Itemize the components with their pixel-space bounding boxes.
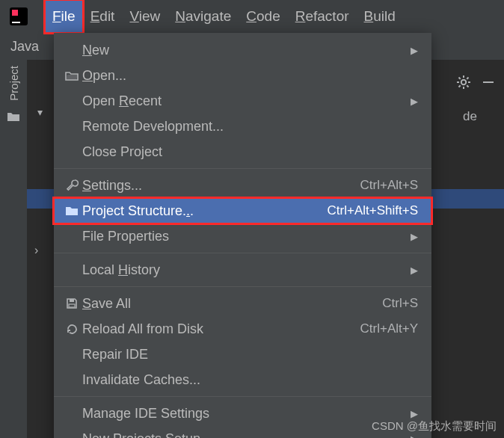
menu-item-save-all[interactable]: Save AllCtrl+S (54, 291, 431, 316)
menu-item-label: Open Recent (82, 93, 403, 109)
file-menu-dropdown: New▶Open...Open Recent▶Remote Developmen… (54, 33, 431, 438)
menu-item-local-history[interactable]: Local History▶ (54, 257, 431, 283)
submenu-arrow-icon: ▶ (411, 45, 418, 56)
menu-item-shortcut: Ctrl+Alt+Y (360, 321, 418, 336)
svg-rect-14 (69, 304, 75, 307)
reload-icon (61, 323, 82, 336)
svg-line-9 (467, 85, 468, 87)
menu-item-label: Open... (82, 68, 418, 84)
chevron-right-icon[interactable]: › (34, 244, 38, 257)
svg-point-3 (461, 80, 466, 84)
svg-line-11 (467, 78, 468, 79)
menu-item-invalidate-caches[interactable]: Invalidate Caches... (54, 367, 431, 392)
menu-item-label: Close Project (82, 144, 418, 160)
tree-expand-icon[interactable]: ▾ (37, 106, 43, 118)
app-icon (7, 5, 30, 28)
menu-item-open[interactable]: Open... (54, 63, 431, 88)
menu-item-new[interactable]: New▶ (54, 37, 431, 63)
gear-icon[interactable] (456, 75, 471, 90)
wrench-icon (61, 179, 82, 192)
menu-item-open-recent[interactable]: Open Recent▶ (54, 88, 431, 114)
project-tool-stripe[interactable]: Project (0, 60, 27, 438)
menubar-item-edit[interactable]: Edit (83, 0, 123, 33)
save-icon (61, 297, 82, 309)
menu-item-close-project[interactable]: Close Project (54, 139, 431, 164)
menu-item-settings[interactable]: Settings...Ctrl+Alt+S (54, 173, 431, 198)
submenu-arrow-icon: ▶ (411, 231, 418, 242)
submenu-arrow-icon: ▶ (411, 265, 418, 276)
svg-rect-2 (12, 22, 20, 23)
menu-item-shortcut: Ctrl+Alt+Shift+S (328, 203, 418, 218)
menu-item-file-properties[interactable]: File Properties▶ (54, 223, 431, 249)
menu-item-shortcut: Ctrl+S (382, 296, 418, 311)
submenu-arrow-icon: ▶ (411, 434, 418, 439)
tab-label: Java (10, 39, 39, 55)
menu-item-label: Project Structure... (82, 203, 320, 219)
menu-item-reload-all-from-disk[interactable]: Reload All from DiskCtrl+Alt+Y (54, 316, 431, 342)
minimize-icon[interactable] (482, 75, 495, 89)
menu-item-label: New Projects Setup (82, 431, 403, 439)
menu-item-label: Remote Development... (82, 119, 418, 135)
menubar-item-build[interactable]: Build (357, 0, 403, 33)
menubar-item-view[interactable]: View (122, 0, 168, 33)
menubar-item-navigate[interactable]: Navigate (168, 0, 239, 33)
menu-item-label: File Properties (82, 229, 403, 244)
project-tool-label: Project (7, 66, 20, 101)
svg-line-8 (459, 78, 461, 79)
menu-item-label: Manage IDE Settings (82, 406, 403, 422)
editor-text-fragment: de (463, 109, 477, 124)
menu-item-label: Local History (82, 262, 403, 278)
menu-item-label: Invalidate Caches... (82, 372, 418, 388)
folder-fill-icon (61, 206, 82, 216)
menu-item-label: Reload All from Disk (82, 321, 353, 337)
menu-separator (54, 396, 431, 397)
svg-rect-12 (483, 81, 494, 83)
menubar-item-refactor[interactable]: Refactor (288, 0, 357, 33)
menu-item-label: Settings... (82, 178, 353, 194)
svg-line-10 (459, 85, 461, 87)
watermark: CSDN @鱼找水需要时间 (372, 419, 497, 434)
menu-item-shortcut: Ctrl+Alt+S (360, 178, 418, 193)
menu-item-label: Save All (82, 296, 375, 312)
svg-rect-1 (12, 10, 18, 16)
menu-item-label: New (82, 43, 403, 58)
svg-rect-13 (70, 299, 74, 302)
menubar-item-file[interactable]: File (45, 0, 83, 33)
menu-item-repair-ide[interactable]: Repair IDE (54, 342, 431, 367)
menu-item-label: Repair IDE (82, 347, 418, 363)
menu-separator (54, 253, 431, 253)
menu-separator (54, 286, 431, 287)
menubar-item-code[interactable]: Code (239, 0, 287, 33)
folder-open-icon (61, 70, 82, 81)
menu-item-remote-development[interactable]: Remote Development... (54, 114, 431, 139)
submenu-arrow-icon: ▶ (411, 96, 418, 107)
menubar: FileEditViewNavigateCodeRefactorBuild (0, 0, 504, 33)
menu-item-project-structure[interactable]: Project Structure...Ctrl+Alt+Shift+S (54, 198, 431, 223)
submenu-arrow-icon: ▶ (411, 408, 418, 419)
menu-separator (54, 168, 431, 169)
folder-icon (7, 111, 20, 122)
